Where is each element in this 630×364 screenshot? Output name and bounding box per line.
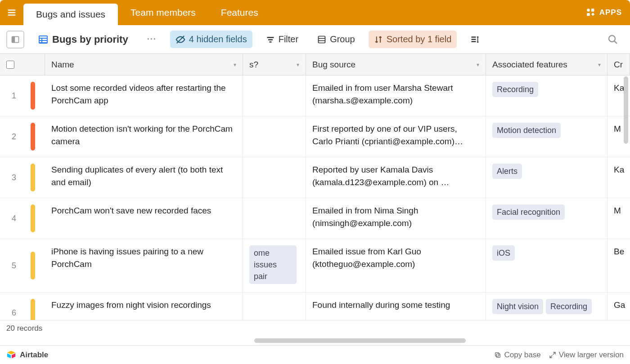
sidebar-icon bbox=[11, 35, 20, 44]
associated-features-cell[interactable]: iOS bbox=[486, 239, 608, 292]
feature-tag[interactable]: Recording bbox=[546, 299, 592, 314]
view-larger-button[interactable]: View larger version bbox=[549, 351, 624, 360]
column-label: s? bbox=[249, 60, 258, 70]
toolbar: Bugs by priority ··· 4 hidden fields Fil… bbox=[0, 25, 630, 54]
s-tag: ome issues pair bbox=[249, 245, 297, 284]
column-header-s[interactable]: s? ▾ bbox=[243, 54, 306, 75]
svg-rect-27 bbox=[497, 354, 500, 357]
filter-label: Filter bbox=[279, 34, 298, 44]
airtable-logo-icon bbox=[6, 350, 16, 360]
name-cell[interactable]: Fuzzy images from night vision recording… bbox=[45, 293, 243, 320]
cr-cell[interactable]: Ka bbox=[608, 157, 630, 198]
search-button[interactable] bbox=[602, 31, 624, 49]
row-height-button[interactable] bbox=[465, 31, 485, 48]
select-all-checkbox[interactable] bbox=[6, 61, 14, 69]
select-all-cell[interactable] bbox=[0, 54, 45, 75]
group-icon bbox=[317, 35, 326, 44]
menu-icon bbox=[7, 8, 17, 18]
toggle-sidebar-button[interactable] bbox=[6, 31, 24, 49]
horizontal-scrollbar[interactable] bbox=[254, 338, 466, 343]
table-row[interactable]: 4 PorchCam won't save new recorded faces… bbox=[0, 198, 630, 239]
name-cell[interactable]: PorchCam won't save new recorded faces bbox=[45, 198, 243, 239]
feature-tag[interactable]: Night vision bbox=[492, 299, 543, 314]
svg-rect-12 bbox=[42, 39, 47, 40]
table-row[interactable]: 6 Fuzzy images from night vision recordi… bbox=[0, 293, 630, 320]
associated-features-cell[interactable]: Facial recognition bbox=[486, 198, 608, 239]
name-cell[interactable]: Lost some recorded videos after restarti… bbox=[45, 75, 243, 116]
tab-team-members[interactable]: Team members bbox=[118, 0, 208, 25]
cr-cell[interactable]: M bbox=[608, 198, 630, 239]
s-cell[interactable] bbox=[243, 157, 306, 198]
row-height-icon bbox=[470, 35, 479, 44]
horizontal-scrollbar-track[interactable] bbox=[0, 336, 630, 345]
menu-button[interactable] bbox=[4, 5, 19, 20]
row-number: 6 bbox=[0, 293, 21, 320]
bug-source-cell[interactable]: Emailed issue from Karl Guo (ktotheguo@e… bbox=[306, 239, 486, 292]
priority-indicator bbox=[31, 204, 35, 232]
bug-source-cell[interactable]: Found internally during some testing bbox=[306, 293, 486, 320]
associated-features-cell[interactable]: Night visionRecording bbox=[486, 293, 608, 320]
view-more-button[interactable]: ··· bbox=[142, 31, 162, 48]
table-row[interactable]: 1 Lost some recorded videos after restar… bbox=[0, 75, 630, 116]
cr-cell[interactable]: Be bbox=[608, 239, 630, 292]
bug-source-cell[interactable]: Reported by user Kamala Davis (kamala.d1… bbox=[306, 157, 486, 198]
svg-rect-17 bbox=[268, 39, 273, 40]
s-cell[interactable]: ome issues pair bbox=[243, 239, 306, 292]
view-larger-label: View larger version bbox=[559, 351, 624, 360]
bug-source-cell[interactable]: Emailed in from user Marsha Stewart (mar… bbox=[306, 75, 486, 116]
s-cell[interactable] bbox=[243, 75, 306, 116]
tab-features[interactable]: Features bbox=[208, 0, 271, 25]
table-row[interactable]: 2 Motion detection isn't working for the… bbox=[0, 116, 630, 157]
table-row[interactable]: 3 Sending duplicates of every alert (to … bbox=[0, 157, 630, 198]
column-label: Cr bbox=[614, 60, 623, 70]
vertical-scrollbar[interactable] bbox=[624, 76, 628, 144]
dropdown-icon: ▾ bbox=[234, 62, 236, 68]
svg-rect-8 bbox=[12, 36, 15, 42]
filter-button[interactable]: Filter bbox=[261, 31, 304, 48]
apps-button[interactable]: APPS bbox=[586, 8, 622, 18]
name-cell[interactable]: Sending duplicates of every alert (to bo… bbox=[45, 157, 243, 198]
table-row[interactable]: 5 iPhone is having issues pairing to a n… bbox=[0, 239, 630, 293]
priority-cell bbox=[21, 293, 45, 320]
column-header-bug-source[interactable]: Bug source ▾ bbox=[306, 54, 486, 75]
tab-label: Features bbox=[221, 7, 258, 18]
copy-base-button[interactable]: Copy base bbox=[494, 351, 540, 360]
column-header-associated-features[interactable]: Associated features ▾ bbox=[486, 54, 608, 75]
cr-cell[interactable]: Ga bbox=[608, 293, 630, 320]
apps-icon bbox=[586, 8, 596, 18]
column-header-name[interactable]: Name ▾ bbox=[45, 54, 243, 75]
associated-features-cell[interactable]: Recording bbox=[486, 75, 608, 116]
group-button[interactable]: Group bbox=[312, 31, 360, 48]
associated-features-cell[interactable]: Alerts bbox=[486, 157, 608, 198]
feature-tag[interactable]: iOS bbox=[492, 245, 515, 261]
sort-icon bbox=[374, 35, 383, 44]
name-cell[interactable]: Motion detection isn't working for the P… bbox=[45, 116, 243, 157]
dropdown-icon: ▾ bbox=[297, 62, 299, 68]
sort-button[interactable]: Sorted by 1 field bbox=[369, 31, 457, 48]
records-footer: 20 records bbox=[0, 320, 630, 336]
s-cell[interactable] bbox=[243, 116, 306, 157]
priority-indicator bbox=[31, 164, 35, 191]
tab-label: Team members bbox=[130, 7, 196, 18]
hidden-fields-button[interactable]: 4 hidden fields bbox=[170, 31, 252, 48]
feature-tag[interactable]: Facial recognition bbox=[492, 204, 565, 220]
tab-bar: Bugs and issues Team members Features AP… bbox=[0, 0, 630, 25]
row-number: 1 bbox=[0, 75, 21, 116]
svg-rect-4 bbox=[591, 9, 594, 11]
feature-tag[interactable]: Motion detection bbox=[492, 123, 561, 138]
brand-bar: Airtable Copy base View larger version bbox=[0, 345, 630, 364]
svg-rect-28 bbox=[495, 352, 499, 356]
column-header-cr[interactable]: Cr bbox=[608, 54, 630, 75]
s-cell[interactable] bbox=[243, 293, 306, 320]
feature-tag[interactable]: Recording bbox=[492, 82, 538, 97]
associated-features-cell[interactable]: Motion detection bbox=[486, 116, 608, 157]
priority-cell bbox=[21, 157, 45, 198]
bug-source-cell[interactable]: Emailed in from Nima Singh (nimsingh@exa… bbox=[306, 198, 486, 239]
s-cell[interactable] bbox=[243, 198, 306, 239]
tab-bugs-and-issues[interactable]: Bugs and issues bbox=[23, 4, 118, 25]
name-cell[interactable]: iPhone is having issues pairing to a new… bbox=[45, 239, 243, 292]
airtable-brand[interactable]: Airtable bbox=[6, 350, 48, 360]
feature-tag[interactable]: Alerts bbox=[492, 164, 522, 179]
view-switcher[interactable]: Bugs by priority bbox=[32, 30, 134, 49]
bug-source-cell[interactable]: First reported by one of our VIP users, … bbox=[306, 116, 486, 157]
